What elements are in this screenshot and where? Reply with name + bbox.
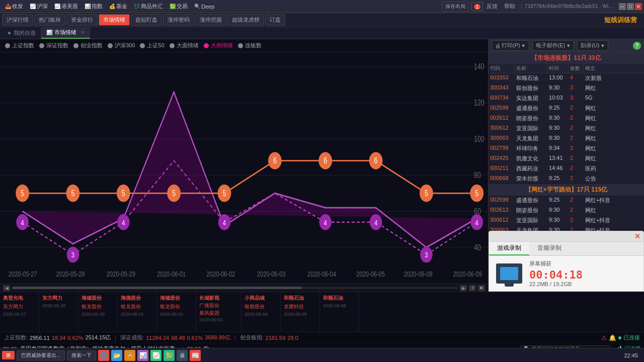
print-btn[interactable]: 🖨 打印(P) ▼: [492, 40, 529, 51]
nav-shortterm-btn[interactable]: 超短盯盘: [131, 14, 162, 26]
side-expand-arrow[interactable]: 6: [488, 130, 489, 150]
menu-item-commodity[interactable]: 💱 商品外汇: [131, 2, 166, 11]
menu-item-deep[interactable]: 🔍 Deep: [191, 3, 217, 11]
nav-order-btn[interactable]: 订盘: [265, 14, 285, 26]
hk-icon: 📈: [54, 4, 60, 9]
tab-watchlist[interactable]: ★ 我的自选: [2, 28, 41, 38]
record-dropdown-icon: ▼: [600, 43, 605, 48]
legend-broad-dot: [170, 43, 175, 48]
menu-item-trade[interactable]: 💹 交易: [167, 2, 191, 11]
bell-icon[interactable]: 🔔: [609, 334, 616, 341]
legend-broad[interactable]: 大面情绪: [170, 42, 199, 49]
help-btn[interactable]: 帮助: [501, 2, 518, 11]
table-row[interactable]: 002599 盛通股份 9:25 2 网红+抖音: [489, 196, 644, 206]
legend-sz[interactable]: 深证指数: [39, 42, 68, 49]
table-row[interactable]: 300612 宜亚国际 9:30 2 网红+抖音: [489, 216, 644, 226]
table-row[interactable]: 002425 凯撒文化 13:41 2 网红: [489, 154, 644, 164]
taskbar-icon7[interactable]: 🖥: [177, 350, 188, 361]
table-row[interactable]: 002612 朗姿股份 9:30 2 网红: [489, 206, 644, 216]
table-row[interactable]: 002599 盛通股份 9:25 2 网红: [489, 104, 644, 114]
minimize-button[interactable]: ─: [619, 3, 626, 10]
record-btn[interactable]: 刻录(U) ▼: [577, 40, 608, 51]
tab-market-sentiment[interactable]: 📊 市场情绪 ✕: [41, 27, 90, 39]
bottom-stock-item[interactable]: 海德股份 银龙股份 2020-06-02: [157, 292, 196, 332]
table-row[interactable]: 603353 和顺石油 13:00 4 次新股: [489, 73, 644, 83]
warning-icon: ⚠: [601, 334, 607, 341]
legend-sh50[interactable]: 上证50: [140, 42, 164, 49]
table-row[interactable]: 600211 西藏药业 14:46 2 医药: [489, 164, 644, 174]
nav-hotstock-btn[interactable]: 热门板块: [34, 14, 65, 26]
taskbar-icon3[interactable]: 🔒: [124, 350, 135, 361]
legend-sh[interactable]: 上证指数: [5, 42, 34, 49]
bottom-stock-item[interactable]: 海德股份 银龙股份 2020-05-29: [78, 292, 118, 332]
bottom-stock-item[interactable]: 东方网力 2020-05-28: [39, 292, 78, 332]
taskbar-icon6[interactable]: 💹: [164, 350, 175, 361]
recording-widget-close[interactable]: ✕: [634, 232, 640, 240]
search-taskbar-btn[interactable]: 搜索一下: [67, 350, 96, 360]
email-btn[interactable]: 电子邮件(E) ▼: [532, 40, 575, 51]
legend-hs300[interactable]: 沪深300: [108, 42, 135, 49]
table-row[interactable]: 300063 天龙集团 9:30 2 网红: [489, 134, 644, 144]
table-row[interactable]: 300612 宜亚国际 9:30 2 网红: [489, 124, 644, 134]
nav-limitup-code-btn[interactable]: 涨停密码: [163, 14, 194, 26]
table-row[interactable]: 002612 朗姿股份 9:30 2 网红: [489, 114, 644, 124]
save-layout-btn[interactable]: 保存布局: [442, 2, 469, 12]
legend-meat[interactable]: 大肉情绪: [204, 42, 233, 49]
nav-fund-rank-btn[interactable]: 资金排行: [66, 14, 98, 26]
tab-audio-record[interactable]: 音频录制: [529, 242, 570, 255]
table-row[interactable]: 002799 环球印务 9:34 2 网红: [489, 144, 644, 154]
menu-item-hk[interactable]: 📈 港美股: [51, 2, 81, 11]
taskbar-icon4[interactable]: 📊: [137, 350, 148, 361]
nav-dragon-btn[interactable]: 超级龙虎榜: [227, 14, 264, 26]
legend-limitup[interactable]: 连板数: [238, 42, 262, 49]
zoom-stop-btn[interactable]: ⏹: [478, 285, 485, 291]
menu-item-fund[interactable]: 💰 基金: [106, 2, 130, 11]
recording-widget-body: 屏幕捕获 00:04:18 22.2MB / 19.2GB: [489, 256, 643, 291]
maximize-button[interactable]: □: [627, 3, 634, 10]
promo-text[interactable]: 短线训练营: [599, 16, 642, 25]
chart-scroll-track[interactable]: [12, 287, 458, 289]
right-panel-header: 🖨 打印(P) ▼ 电子邮件(E) ▼ 刻录(U) ▼ ?: [489, 39, 644, 52]
table-row[interactable]: 300343 联创股份 9:30 3 网红: [489, 83, 644, 94]
nav-market-sentiment-btn[interactable]: 市场情绪: [99, 14, 130, 26]
svg-text:40: 40: [474, 243, 481, 252]
taskbar-item[interactable]: 巴西威胁要退出...: [17, 350, 65, 360]
feedback-btn[interactable]: 反馈: [484, 2, 501, 11]
bottom-stock-item[interactable]: 和顺石油 龙耀科技 2020-06-05: [281, 292, 320, 332]
chart-scroll-thumb[interactable]: [12, 287, 302, 289]
legend-cy-dot: [73, 43, 78, 48]
bottom-stock-item[interactable]: 长城影视 广播股份 暴风集团 2020-06-03: [196, 292, 242, 332]
nav-hushen-btn[interactable]: 沪深行情: [2, 14, 33, 26]
svg-text:3: 3: [71, 251, 74, 259]
menu-item-hushen[interactable]: 📈 沪深: [27, 2, 51, 11]
table-row[interactable]: 000668 荣丰控股 9:25 2 公告: [489, 174, 644, 184]
bottom-stock-item[interactable]: 奥普光电 东方网力 2020-05-27: [0, 292, 39, 332]
legend-sh-dot: [5, 43, 10, 48]
tab-game-record[interactable]: 游戏录制: [489, 242, 529, 255]
taskbar-icon1[interactable]: 🌐: [98, 350, 109, 361]
table-row[interactable]: 600734 实达集团 10:03 3 5G: [489, 94, 644, 104]
start-button[interactable]: ⊞: [2, 351, 15, 359]
taskbar-icon5[interactable]: 📈: [150, 350, 162, 361]
legend-hs300-dot: [108, 43, 113, 48]
close-button[interactable]: ✕: [635, 3, 642, 10]
window-title: 7187784c94be979bfbc8e2adc51 - Windows...: [525, 4, 615, 9]
svg-marker-12: [23, 92, 477, 247]
scroll-left-btn[interactable]: ◀: [3, 285, 10, 291]
bottom-stock-item[interactable]: 和顺石油 2020-06-08: [320, 292, 359, 332]
menu-item-zhibiao[interactable]: 📊 指数: [82, 2, 106, 11]
nav-limitup-dig-btn[interactable]: 涨停挖掘: [195, 14, 226, 26]
tab-close-icon[interactable]: ✕: [80, 30, 85, 35]
taskbar-icon8[interactable]: 📰: [190, 350, 201, 361]
help-icon-btn[interactable]: ?: [633, 42, 641, 50]
svg-text:2020-06-04: 2020-06-04: [307, 269, 336, 278]
bottom-stock-item[interactable]: 海德股份 银龙股份 2020-06-01: [118, 292, 157, 332]
sz-pct: 0.61%: [187, 335, 203, 341]
zoom-pause-btn[interactable]: ⏸: [469, 285, 476, 291]
taskbar-icon2[interactable]: 📂: [111, 350, 122, 361]
fund-icon: 💰: [109, 4, 115, 9]
scroll-right-btn[interactable]: ▶: [460, 285, 467, 291]
menu-item-inbox[interactable]: 📥 收发: [2, 2, 26, 11]
bottom-stock-item[interactable]: 小商品城 银都股份 2020-06-04: [242, 292, 281, 332]
legend-cy[interactable]: 创业指数: [73, 42, 103, 49]
